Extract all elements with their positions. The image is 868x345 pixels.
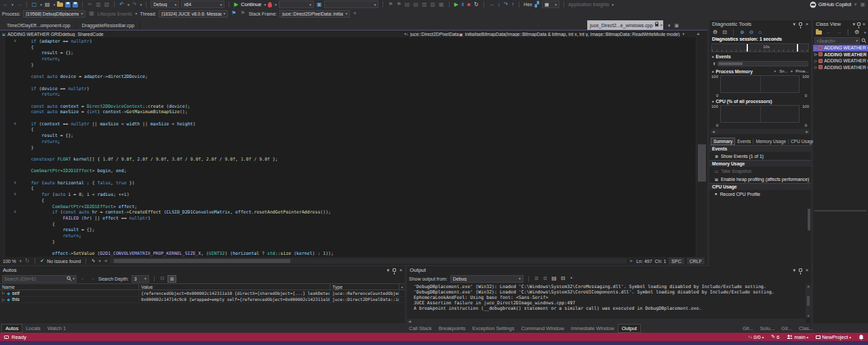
panel-tab-git[interactable]: Git... <box>778 325 795 332</box>
repository-button[interactable]: NewProject▴ <box>816 334 851 340</box>
bookmark-next-icon[interactable]: ⚑ <box>396 2 402 7</box>
fold-marker-icon[interactable]: ∨ <box>14 121 16 127</box>
new-window-icon[interactable]: ▢ <box>31 2 38 7</box>
restart-icon[interactable]: ↻ <box>473 2 479 7</box>
diff-icon[interactable]: ▞ <box>534 2 540 7</box>
redo-icon[interactable]: ↷ <box>132 2 138 7</box>
class-view-search-select[interactable]: <Search> ▾ <box>814 37 860 44</box>
continue-button[interactable]: Continue <box>241 1 261 7</box>
diagnostics-horizontal-scrollbar[interactable]: ◀ ▶ <box>711 129 810 134</box>
output-horizontal-scrollbar[interactable]: ◀ <box>407 319 806 323</box>
code-actions-dropdown-icon[interactable]: ▾ <box>99 259 101 263</box>
code-line[interactable]: for (auto i = 0; i < radius; ++i) <box>20 192 695 198</box>
editor-horizontal-scrollbar[interactable] <box>110 258 627 264</box>
tab-well-options-icon[interactable]: ▣ <box>675 23 679 28</box>
flag-threads-icon[interactable]: ⚑ <box>231 11 237 16</box>
code-line[interactable] <box>20 98 695 104</box>
class-view-item[interactable]: ▷ADDING WEATHER G <box>813 52 868 58</box>
notifications-bell-icon[interactable] <box>859 334 864 340</box>
indicator-margin[interactable] <box>0 37 5 257</box>
code-line[interactable]: if (device == nullptr) <box>20 86 695 92</box>
save-all-icon[interactable] <box>73 2 78 7</box>
search-forward-icon[interactable]: → <box>89 276 96 281</box>
find-message-prev-icon[interactable]: ≣ <box>534 276 540 281</box>
diagnostics-tab-summary[interactable]: Summary <box>711 138 735 145</box>
column-header[interactable]: Name <box>0 284 139 289</box>
tab-overflow-icon[interactable]: ▾ <box>668 23 671 28</box>
search-depth-select[interactable]: 3▾ <box>132 275 149 283</box>
continue-icon[interactable]: ▶ <box>233 2 239 7</box>
expander-icon[interactable]: ▷ <box>2 298 5 302</box>
panel-tab-autos[interactable]: Autos <box>1 324 22 333</box>
output-source-select[interactable]: Debug▾ <box>450 275 524 283</box>
code-line[interactable]: effect->SetValue (D2D1_CONVOLVEMATRIX_PR… <box>20 251 695 257</box>
feedback-icon[interactable]: ▣ <box>859 2 866 7</box>
lifecycle-events-icon[interactable]: ▦ <box>88 11 95 16</box>
panel-tab-immediate-window[interactable]: Immediate Window <box>568 325 618 332</box>
open-file-icon[interactable] <box>57 3 63 7</box>
breadcrumb-project-dropdown[interactable]: ⊞ ADDING WEATHER GRIDdebug_SharedCode ▾ <box>2 32 406 37</box>
expander-icon[interactable]: ▷ <box>2 291 5 295</box>
collapse-icon[interactable]: ▴ <box>712 99 714 103</box>
active-document-tab[interactable]: juce_Direct2...e_windows.cpp × <box>587 20 663 30</box>
scroll-right-icon[interactable]: ▶ <box>806 129 808 134</box>
copy-icon[interactable]: ▥ <box>95 2 102 7</box>
expander-icon[interactable]: ▷ <box>814 52 817 56</box>
column-header[interactable]: Value <box>139 284 330 289</box>
stop-debugging-icon[interactable]: ■ <box>467 2 471 7</box>
scrollbar-thumb[interactable] <box>807 296 810 306</box>
class-view-item[interactable]: ▷ADDING WEATHER G <box>813 45 868 52</box>
code-editor[interactable]: ∨∨∨∨∨ if (adapter == nullptr) { result =… <box>0 37 707 257</box>
comment-icon[interactable]: ▤ <box>404 2 411 7</box>
window-position-dropdown-icon[interactable]: ▾ <box>852 22 855 27</box>
fold-marker-icon[interactable]: ∨ <box>14 191 16 197</box>
toggle-word-wrap-icon[interactable]: ◔ <box>568 276 573 281</box>
pin-icon[interactable] <box>393 268 396 272</box>
autos-search-input[interactable] <box>4 277 66 281</box>
code-line[interactable] <box>20 115 695 121</box>
cpu-section-header[interactable]: ▴ CPU (% of all processors) <box>709 98 811 104</box>
output-panel-header[interactable]: Output ▾ × <box>407 266 811 274</box>
find-message-next-icon[interactable]: ≣ <box>542 276 549 281</box>
code-line[interactable]: { <box>20 45 695 51</box>
code-line[interactable]: return; <box>20 139 695 145</box>
cut-icon[interactable]: ✂ <box>87 2 93 7</box>
diagnostics-timeline[interactable]: 10s <box>711 43 809 52</box>
fold-marker-icon[interactable]: ∨ <box>14 180 16 186</box>
code-line[interactable]: return; <box>20 233 695 239</box>
scroll-right-icon[interactable]: ▸ <box>629 258 633 264</box>
hot-reload-dropdown-icon[interactable]: ▾ <box>275 3 277 7</box>
close-icon[interactable]: × <box>806 268 808 272</box>
copilot-dropdown-icon[interactable]: ▾ <box>853 2 857 7</box>
collapse-icon[interactable]: ▴ <box>712 54 714 58</box>
solution-platform-select[interactable]: x64▾ <box>181 1 224 8</box>
code-line[interactable]: { <box>20 127 695 133</box>
output-vertical-scrollbar[interactable]: ▲ ▼ <box>806 284 811 318</box>
window-position-dropdown-icon[interactable]: ▾ <box>793 22 795 27</box>
pin-values-icon[interactable]: ⊟ <box>159 276 165 281</box>
scroll-down-icon[interactable]: ▼ <box>807 314 810 318</box>
summary-item[interactable]: ⊡Take Snapshot <box>709 167 811 175</box>
navigate-back-dropdown-icon[interactable]: ▾ <box>12 3 14 7</box>
fold-marker-icon[interactable]: ∨ <box>14 38 16 44</box>
navigate-back-icon[interactable]: ← <box>2 2 9 7</box>
branch-button[interactable]: main▴ <box>787 334 808 340</box>
expander-icon[interactable]: ▷ <box>814 59 817 63</box>
code-line[interactable]: } <box>20 239 695 245</box>
spaces-indicator[interactable]: SPC <box>669 258 684 264</box>
application-insights-dropdown-icon[interactable]: ▾ <box>612 3 614 7</box>
panel-tab-breakpoints[interactable]: Breakpoints <box>435 325 469 332</box>
search-back-icon[interactable]: ← <box>79 276 86 281</box>
autos-panel-header[interactable]: Autos ▾ × <box>0 266 405 274</box>
scroll-up-icon[interactable]: ▲ <box>807 284 810 288</box>
application-insights-button[interactable]: Application Insights <box>568 2 609 7</box>
code-line[interactable]: ComSmartPtr<ID2D1Effect> effect; <box>20 204 695 210</box>
forward-icon[interactable]: → <box>835 30 842 35</box>
undo-dropdown-icon[interactable]: ▾ <box>127 3 130 7</box>
code-line[interactable]: const auto maxSize = (int) context->GetM… <box>20 109 695 115</box>
search-dropdown-icon[interactable]: ▾ <box>856 39 858 43</box>
navigate-forward-icon[interactable]: → <box>16 2 22 7</box>
zoom-in-icon[interactable]: ⊕ <box>739 30 745 35</box>
toolbar-overflow-icon[interactable]: ▾ <box>353 11 357 16</box>
thread-select[interactable]: [16324] JUCE v8.0.6: Message Thre▾ <box>159 10 228 18</box>
